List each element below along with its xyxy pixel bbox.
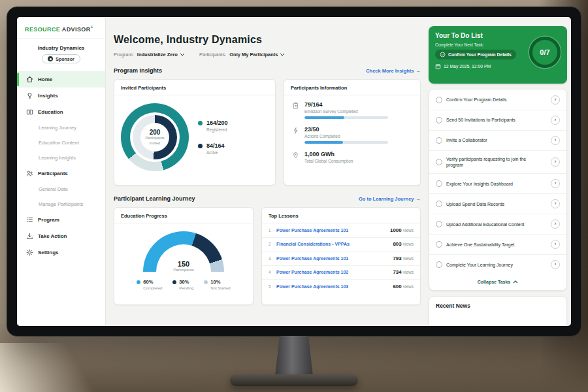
sidebar-item-general-data[interactable]: General Data bbox=[17, 182, 105, 197]
task-row[interactable]: Upload Spend Data Records › bbox=[429, 194, 566, 214]
sidebar-item-home[interactable]: Home bbox=[17, 71, 105, 88]
task-row[interactable]: Upload Additional Educational Content › bbox=[429, 214, 566, 235]
legend-dot bbox=[172, 280, 176, 284]
task-checkbox[interactable] bbox=[436, 261, 442, 268]
org-name: Industry Dynamics bbox=[17, 45, 105, 51]
legend-item-active: 84/164 Active bbox=[198, 142, 228, 155]
lesson-row[interactable]: 1 Power Purchase Agreements 101 1000 vie… bbox=[262, 223, 420, 238]
sidebar-item-learning-insights[interactable]: Learning Insights bbox=[17, 150, 105, 165]
recent-news-card: Recent News bbox=[429, 296, 567, 326]
legend-item-registered: 164/200 Registered bbox=[198, 120, 228, 132]
task-row[interactable]: Confirm Your Program Details › bbox=[429, 90, 566, 110]
education-progress-card: Education Progress 150 Participants 60% bbox=[114, 207, 253, 305]
sidebar-item-manage-participants[interactable]: Manage Participants bbox=[17, 197, 105, 212]
sidebar-item-insights[interactable]: Insights bbox=[17, 88, 105, 104]
calendar-icon bbox=[435, 63, 441, 69]
sidebar-item-label: Settings bbox=[38, 250, 59, 255]
home-icon bbox=[26, 76, 33, 83]
monitor-frame: RESOURCE ADVISOR+ Industry Dynamics Spon… bbox=[7, 7, 581, 336]
chevron-up-icon bbox=[513, 280, 518, 284]
program-select[interactable]: Program: Industrialize Zero bbox=[114, 52, 185, 57]
todo-subtitle: Complete Your Next Task: bbox=[435, 42, 527, 47]
page-title: Welcome, Industry Dynamics bbox=[114, 34, 421, 46]
task-checkbox[interactable] bbox=[436, 241, 442, 248]
sponsor-icon bbox=[48, 56, 53, 61]
lesson-row[interactable]: 4 Power Purchase Agreements 102 734 view… bbox=[262, 266, 420, 280]
emission-progress-bar bbox=[304, 116, 388, 119]
legend-dot bbox=[137, 280, 140, 284]
collapse-tasks-button[interactable]: Collapse Tasks bbox=[429, 274, 566, 289]
insights-cards-row: Invited Participants 200 Participants In… bbox=[114, 79, 421, 186]
invited-legend: 164/200 Registered 84/164 Active bbox=[198, 120, 228, 155]
logo-advisor: ADVISOR bbox=[62, 26, 91, 33]
lesson-row[interactable]: 3 Power Purchase Agreements 101 793 view… bbox=[262, 252, 420, 266]
participants-select-value: Only My Participants bbox=[229, 52, 278, 57]
lesson-link[interactable]: Power Purchase Agreements 103 bbox=[276, 284, 393, 289]
sidebar-item-learning-journey[interactable]: Learning Journey bbox=[17, 120, 105, 135]
task-row[interactable]: Achieve One Sustainability Target › bbox=[429, 235, 566, 255]
monitor-stand-base bbox=[230, 374, 358, 386]
todo-tasks-card: Confirm Your Program Details › Send 50 I… bbox=[429, 89, 567, 291]
task-checkbox[interactable] bbox=[436, 137, 442, 144]
chevron-right-icon[interactable]: › bbox=[551, 157, 560, 167]
lesson-link[interactable]: Power Purchase Agreements 101 bbox=[276, 228, 390, 233]
lesson-link[interactable]: Power Purchase Agreements 101 bbox=[276, 256, 393, 261]
task-checkbox[interactable] bbox=[436, 221, 442, 227]
lightning-icon bbox=[292, 127, 299, 135]
task-checkbox[interactable] bbox=[436, 97, 442, 103]
lesson-link[interactable]: Power Purchase Agreements 102 bbox=[276, 270, 393, 274]
task-row[interactable]: Explore Your Insights Dashboard › bbox=[429, 174, 566, 194]
sidebar-item-take-action[interactable]: Take Action bbox=[17, 228, 105, 244]
next-task-label: Confirm Your Program Details bbox=[448, 52, 512, 57]
chevron-right-icon[interactable]: › bbox=[551, 136, 560, 145]
check-more-insights-link[interactable]: Check More Insights → bbox=[366, 68, 421, 74]
sidebar-item-education-content[interactable]: Education Content bbox=[17, 135, 105, 150]
sidebar-item-participants[interactable]: Participants bbox=[17, 165, 105, 182]
check-circle-icon bbox=[440, 52, 446, 57]
chevron-right-icon[interactable]: › bbox=[551, 260, 560, 269]
logo-plus: + bbox=[91, 25, 94, 29]
invited-card-title: Invited Participants bbox=[114, 80, 275, 95]
task-checkbox[interactable] bbox=[436, 201, 442, 207]
task-checkbox[interactable] bbox=[436, 180, 442, 187]
next-task-chip[interactable]: Confirm Your Program Details bbox=[435, 50, 516, 59]
education-card-title: Education Progress bbox=[114, 208, 253, 223]
chevron-right-icon[interactable]: › bbox=[551, 240, 560, 249]
education-gauge: 150 Participants bbox=[143, 231, 224, 272]
sponsor-badge[interactable]: Sponsor bbox=[42, 54, 80, 63]
sidebar-item-settings[interactable]: Settings bbox=[17, 244, 105, 261]
program-select-value: Industrialize Zero bbox=[137, 52, 178, 57]
sidebar-item-label: Education bbox=[38, 109, 63, 115]
donut-center-value: 200 bbox=[150, 129, 161, 136]
sidebar-item-program[interactable]: Program bbox=[17, 212, 105, 228]
download-icon bbox=[26, 233, 33, 240]
legend-item-pending: 30% Pending bbox=[172, 279, 193, 290]
lesson-link[interactable]: Financial Considerations - VPPAs bbox=[276, 242, 393, 246]
lesson-row[interactable]: 2 Financial Considerations - VPPAs 803 v… bbox=[262, 238, 420, 252]
sidebar-item-education[interactable]: Education bbox=[17, 104, 105, 120]
task-row[interactable]: Invite a Collaborator › bbox=[429, 131, 566, 151]
sidebar-item-label: Education Content bbox=[39, 140, 79, 146]
task-row[interactable]: Complete Your Learning Journey › bbox=[429, 255, 566, 274]
list-icon bbox=[26, 216, 33, 223]
task-row[interactable]: Verify participants requesting to join t… bbox=[429, 151, 566, 174]
chevron-right-icon[interactable]: › bbox=[551, 95, 560, 105]
lesson-row[interactable]: 5 Power Purchase Agreements 103 600 view… bbox=[262, 280, 420, 294]
filter-controls: Program: Industrialize Zero Participants… bbox=[114, 52, 421, 57]
chevron-right-icon[interactable]: › bbox=[551, 199, 560, 208]
program-insights-title: Program Insights bbox=[114, 67, 162, 74]
legend-item-not-started: 10% Not Started bbox=[204, 279, 230, 290]
chevron-right-icon[interactable]: › bbox=[551, 116, 560, 125]
task-row[interactable]: Send 50 Invitations to Participants › bbox=[429, 110, 566, 131]
task-checkbox[interactable] bbox=[436, 159, 442, 165]
actions-progress-bar bbox=[304, 141, 388, 144]
go-to-learning-journey-link[interactable]: Go to Learning Journey → bbox=[359, 196, 421, 202]
task-checkbox[interactable] bbox=[436, 117, 442, 123]
sidebar-item-label: Participants bbox=[38, 171, 68, 176]
next-task-datetime: 12 May 2025, 12:00 PM bbox=[435, 63, 527, 69]
location-pin-icon bbox=[292, 152, 299, 159]
chevron-right-icon[interactable]: › bbox=[551, 179, 560, 188]
chevron-right-icon[interactable]: › bbox=[551, 220, 560, 229]
participants-select[interactable]: Participants: Only My Participants bbox=[199, 52, 285, 57]
people-icon bbox=[26, 170, 33, 177]
